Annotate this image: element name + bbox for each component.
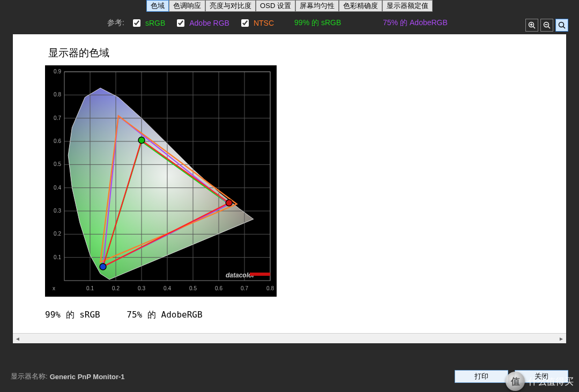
zoom-toolbar xyxy=(525,19,568,32)
monitor-name-label: 显示器名称: xyxy=(11,372,48,381)
svg-text:0.8: 0.8 xyxy=(54,92,61,97)
svg-rect-55 xyxy=(250,273,270,276)
tab-5[interactable]: 色彩精确度 xyxy=(339,0,382,12)
scroll-left-arrow[interactable]: ◄ xyxy=(13,336,23,342)
tab-strip: 色域色调响应亮度与对比度OSD 设置屏幕均匀性色彩精确度显示器额定值 xyxy=(0,0,579,12)
monitor-name: Generic PnP Monitor-1 xyxy=(50,373,125,381)
ref-srgb-label: sRGB xyxy=(145,19,165,27)
svg-text:0.3: 0.3 xyxy=(54,208,61,214)
caption-srgb: 99% 的 sRGB xyxy=(45,310,100,320)
footer-bar: 显示器名称: Generic PnP Monitor-1 打印 关闭 xyxy=(0,361,579,392)
caption-adobergb: 75% 的 AdobeRGB xyxy=(127,310,202,320)
svg-text:0.2: 0.2 xyxy=(112,285,120,291)
svg-text:0.5: 0.5 xyxy=(189,285,197,291)
svg-text:0.8: 0.8 xyxy=(266,285,274,291)
svg-text:0.1: 0.1 xyxy=(54,254,61,260)
tab-6[interactable]: 显示器额定值 xyxy=(382,0,433,12)
svg-text:0.2: 0.2 xyxy=(54,231,61,237)
ref-srgb[interactable]: sRGB xyxy=(131,18,165,28)
svg-point-7 xyxy=(559,22,564,27)
scroll-right-arrow[interactable]: ► xyxy=(556,336,566,342)
svg-line-8 xyxy=(563,27,566,29)
gamut-srgb-pct: 99% 的 sRGB xyxy=(294,18,341,28)
ref-adobergb-checkbox[interactable] xyxy=(177,19,184,27)
ref-ntsc[interactable]: NTSC xyxy=(239,18,274,28)
tab-3[interactable]: OSD 设置 xyxy=(256,0,295,12)
svg-point-53 xyxy=(100,263,106,270)
tab-2[interactable]: 亮度与对比度 xyxy=(205,0,256,12)
svg-text:0.9: 0.9 xyxy=(54,69,61,74)
svg-text:0.3: 0.3 xyxy=(138,285,145,291)
content-stage: 显示器的色域 0.10.20.30.40.50.60.70.80.10.20.3… xyxy=(13,34,566,340)
tab-0[interactable]: 色域 xyxy=(146,0,169,12)
cie-chart: 0.10.20.30.40.50.60.70.80.10.20.30.40.50… xyxy=(45,65,277,297)
svg-point-51 xyxy=(226,200,232,206)
tab-1[interactable]: 色调响应 xyxy=(169,0,205,12)
ref-adobergb[interactable]: Adobe RGB xyxy=(175,18,229,28)
zoom-in-button[interactable] xyxy=(525,19,538,32)
ref-ntsc-label: NTSC xyxy=(254,19,274,27)
chart-caption: 99% 的 sRGB 75% 的 AdobeRGB xyxy=(45,310,534,321)
svg-point-52 xyxy=(138,137,145,144)
page-title: 显示器的色域 xyxy=(48,46,534,60)
svg-text:0.6: 0.6 xyxy=(54,138,61,144)
svg-text:0.5: 0.5 xyxy=(54,161,61,167)
zoom-fit-button[interactable] xyxy=(555,19,568,32)
gamut-adobergb-pct: 75% 的 AdobeRGB xyxy=(383,18,448,28)
svg-text:0.4: 0.4 xyxy=(54,185,61,191)
tab-4[interactable]: 屏幕均匀性 xyxy=(295,0,339,12)
ref-ntsc-checkbox[interactable] xyxy=(241,19,249,27)
svg-text:0.7: 0.7 xyxy=(54,115,61,121)
ref-adobergb-label: Adobe RGB xyxy=(189,19,229,27)
zoom-out-button[interactable] xyxy=(540,19,553,32)
svg-text:0.4: 0.4 xyxy=(164,285,171,291)
svg-text:x: x xyxy=(53,285,55,291)
reference-bar: 参考: sRGB Adobe RGB NTSC 99% 的 sRGB 75% 的… xyxy=(0,12,579,34)
svg-text:0.1: 0.1 xyxy=(86,285,94,291)
content-scroll[interactable]: 显示器的色域 0.10.20.30.40.50.60.70.80.10.20.3… xyxy=(13,34,566,340)
svg-text:0.7: 0.7 xyxy=(241,285,248,291)
horizontal-scrollbar[interactable]: ◄ ► xyxy=(13,333,566,343)
close-button[interactable]: 关闭 xyxy=(515,370,568,383)
svg-text:0.6: 0.6 xyxy=(215,285,222,291)
svg-line-1 xyxy=(533,27,536,29)
ref-srgb-checkbox[interactable] xyxy=(133,19,140,27)
print-button[interactable]: 打印 xyxy=(455,370,508,383)
svg-line-5 xyxy=(548,27,551,29)
reference-label: 参考: xyxy=(107,18,124,28)
